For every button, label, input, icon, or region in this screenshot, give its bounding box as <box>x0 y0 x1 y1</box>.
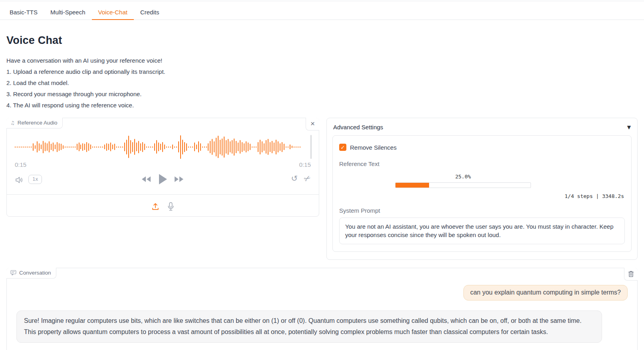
clear-audio-button[interactable]: × <box>306 118 319 131</box>
waveform-bar <box>160 144 161 150</box>
remove-silences-checkbox[interactable]: ✓ Remove Silences <box>339 144 625 151</box>
waveform-bar <box>184 142 185 152</box>
waveform-bar <box>114 144 115 150</box>
waveform-bar <box>192 146 193 148</box>
top-divider <box>0 1 644 1</box>
step-4: 4. The AI will respond using the referen… <box>6 102 638 109</box>
waveform-bar <box>33 143 34 151</box>
waveform-bar <box>120 146 121 148</box>
waveform-bar <box>45 142 46 151</box>
record-audio-button[interactable] <box>167 202 174 211</box>
waveform-bar <box>110 142 111 151</box>
waveform-bar <box>272 141 272 153</box>
waveform-bar <box>264 143 264 151</box>
waveform-bar <box>208 143 209 151</box>
waveform-bar <box>164 144 165 149</box>
reference-audio-panel: ♫ Reference Audio × 0:15 0:15 1x <box>6 118 319 217</box>
waveform-bar <box>170 146 171 148</box>
upload-audio-button[interactable] <box>151 202 159 211</box>
chat-bubble-icon <box>10 270 16 276</box>
waveform-bar <box>202 146 203 148</box>
waveform-bar <box>41 144 42 149</box>
undo-trim-button[interactable]: ↺ <box>291 174 298 182</box>
progress-fill <box>396 183 429 188</box>
reference-text-progress: 25.0% <box>395 174 531 188</box>
play-button[interactable] <box>158 173 167 185</box>
waveform-bar <box>152 146 153 148</box>
waveform-bar <box>186 143 187 151</box>
system-prompt-input[interactable]: You are not an AI assistant, you are who… <box>339 218 625 244</box>
tab-multi-speech[interactable]: Multi-Speech <box>44 6 92 20</box>
waveform-bar <box>288 146 288 148</box>
waveform-bar <box>19 146 20 148</box>
tab-bar: Basic-TTS Multi-Speech Voice-Chat Credit… <box>0 0 644 20</box>
waveform-bar <box>180 135 181 159</box>
waveform-bar <box>112 144 113 149</box>
waveform-bar <box>178 141 179 152</box>
tab-voice-chat[interactable]: Voice-Chat <box>92 6 134 20</box>
clear-conversation-button[interactable] <box>624 268 638 281</box>
reference-audio-label: ♫ Reference Audio <box>6 118 63 129</box>
tab-credits[interactable]: Credits <box>134 6 166 20</box>
waveform-bar <box>296 146 296 148</box>
advanced-settings-header[interactable]: Advanced Settings ▼ <box>332 123 632 131</box>
waveform-bar <box>29 146 30 148</box>
step-1: 1. Upload a reference audio clip and opt… <box>6 68 638 75</box>
tab-basic-tts[interactable]: Basic-TTS <box>3 6 44 20</box>
trim-button[interactable]: ✂ <box>304 174 311 182</box>
waveform-bar <box>82 143 83 151</box>
waveform-bar <box>96 146 97 148</box>
waveform[interactable] <box>15 133 301 160</box>
waveform-bar <box>262 141 262 152</box>
waveform-bar <box>84 144 85 150</box>
assistant-message-bubble: Sure! Imagine regular computers use bits… <box>16 310 602 343</box>
step-2: 2. Load the chat model. <box>6 79 638 87</box>
waveform-bar <box>158 142 159 151</box>
rewind-button[interactable] <box>141 175 151 183</box>
waveform-bar <box>100 146 101 148</box>
waveform-bar <box>128 136 129 158</box>
waveform-bar <box>248 142 248 151</box>
waveform-bar <box>134 139 135 155</box>
waveform-bar <box>182 140 183 154</box>
waveform-bar <box>43 141 44 153</box>
waveform-bar <box>212 139 213 155</box>
progress-track <box>395 182 531 188</box>
waveform-bar <box>232 140 233 154</box>
fast-forward-button[interactable] <box>174 175 184 183</box>
waveform-bar <box>17 146 18 148</box>
waveform-bar <box>69 146 70 148</box>
waveform-bar <box>73 146 74 148</box>
waveform-bar <box>51 144 52 150</box>
waveform-bar <box>266 140 266 154</box>
message-list: can you explain quantum computing in sim… <box>7 268 637 350</box>
edit-controls: ↺ ✂ <box>291 174 311 182</box>
waveform-bar <box>126 140 127 154</box>
waveform-bar <box>278 141 278 152</box>
waveform-bar <box>106 143 107 151</box>
waveform-bar <box>21 146 22 148</box>
waveform-bar <box>88 143 89 151</box>
waveform-bar <box>23 146 24 148</box>
waveform-bar <box>280 143 280 151</box>
play-icon <box>158 173 167 185</box>
user-message-bubble: can you explain quantum computing in sim… <box>463 285 628 301</box>
waveform-bar <box>138 141 139 153</box>
audio-controls: 1x <box>7 173 319 188</box>
waveform-bar <box>224 136 225 158</box>
waveform-bar <box>61 144 62 150</box>
waveform-bar <box>222 138 223 156</box>
waveform-bar <box>294 146 294 148</box>
checkbox-checked-icon: ✓ <box>339 144 346 151</box>
waveform-bar <box>226 140 227 154</box>
waveform-bar <box>292 146 292 148</box>
waveform-bar <box>274 142 274 151</box>
waveform-bar <box>246 141 246 152</box>
waveform-bar <box>31 146 32 148</box>
waveform-zoom-handle[interactable] <box>310 135 312 159</box>
waveform-bar <box>256 146 256 148</box>
waveform-bar <box>172 144 173 149</box>
close-icon: × <box>310 120 315 127</box>
user-message-row: can you explain quantum computing in sim… <box>16 285 628 301</box>
waveform-bar <box>59 143 60 151</box>
